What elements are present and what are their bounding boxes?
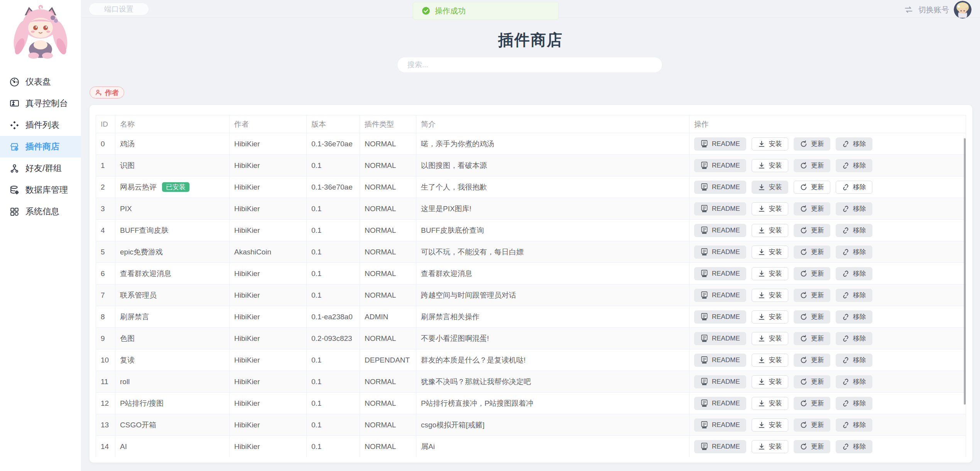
- table-row: 11rollHibiKier0.1NORMAL犹豫不决吗？那就让我帮你决定吧RE…: [96, 371, 966, 393]
- install-button[interactable]: 安装: [752, 159, 788, 172]
- update-button[interactable]: 更新: [794, 375, 830, 388]
- cell-id: 7: [96, 285, 115, 306]
- col-header-2: 作者: [230, 115, 307, 133]
- update-button[interactable]: 更新: [794, 289, 830, 302]
- cell-id: 8: [96, 306, 115, 328]
- cell-author: HibiKier: [230, 133, 307, 155]
- update-button[interactable]: 更新: [794, 137, 830, 151]
- sidebar-item-2[interactable]: 插件列表: [0, 114, 81, 136]
- remove-button[interactable]: 移除: [836, 224, 872, 237]
- update-button[interactable]: 更新: [794, 159, 830, 172]
- install-button[interactable]: 安装: [752, 310, 788, 324]
- sidebar-item-6[interactable]: 系统信息: [0, 201, 81, 222]
- install-button[interactable]: 安装: [752, 202, 788, 215]
- author-filter-button[interactable]: 作者: [90, 86, 124, 98]
- remove-button[interactable]: 移除: [836, 418, 872, 432]
- remove-button[interactable]: 移除: [836, 202, 872, 215]
- readme-button[interactable]: README: [694, 289, 746, 302]
- cell-author: HibiKier: [230, 414, 307, 436]
- update-button[interactable]: 更新: [794, 224, 830, 237]
- switch-account-button[interactable]: 切换账号: [918, 5, 949, 15]
- update-button[interactable]: 更新: [794, 310, 830, 324]
- cell-version: 0.1: [307, 220, 360, 241]
- toast-message: 操作成功: [435, 6, 466, 16]
- update-button[interactable]: 更新: [794, 267, 830, 280]
- readme-button[interactable]: README: [694, 267, 746, 280]
- install-button[interactable]: 安装: [752, 267, 788, 280]
- remove-button[interactable]: 移除: [836, 289, 872, 302]
- table-viewport: ID名称作者版本插件类型简介操作 0鸡汤HibiKier0.1-36e70aeN…: [96, 115, 966, 457]
- install-button[interactable]: 安装: [752, 354, 788, 367]
- install-button[interactable]: 安装: [752, 289, 788, 302]
- install-button[interactable]: 安装: [752, 246, 788, 259]
- cell-plugin-name: 复读: [120, 355, 135, 365]
- refresh-icon: [800, 248, 808, 256]
- readme-button[interactable]: README: [694, 375, 746, 388]
- readme-button[interactable]: README: [694, 137, 746, 151]
- remove-button[interactable]: 移除: [836, 181, 872, 194]
- remove-button[interactable]: 移除: [836, 354, 872, 367]
- remove-button[interactable]: 移除: [836, 246, 872, 259]
- remove-button[interactable]: 移除: [836, 267, 872, 280]
- update-button[interactable]: 更新: [794, 418, 830, 432]
- sidebar-item-4[interactable]: 好友/群组: [0, 158, 81, 179]
- table-scrollbar[interactable]: [964, 138, 966, 405]
- update-button[interactable]: 更新: [794, 354, 830, 367]
- readme-button[interactable]: README: [694, 397, 746, 410]
- plugin-table: ID名称作者版本插件类型简介操作 0鸡汤HibiKier0.1-36e70aeN…: [96, 115, 966, 457]
- readme-doc-icon: [700, 399, 708, 407]
- update-button[interactable]: 更新: [794, 332, 830, 345]
- remove-button[interactable]: 移除: [836, 397, 872, 410]
- cell-version: 0.1-ea238a0: [307, 306, 360, 328]
- user-avatar[interactable]: [954, 1, 972, 19]
- install-button[interactable]: 安装: [752, 440, 788, 453]
- install-button[interactable]: 安装: [752, 224, 788, 237]
- readme-button[interactable]: README: [694, 332, 746, 345]
- readme-button[interactable]: README: [694, 354, 746, 367]
- update-button[interactable]: 更新: [794, 202, 830, 215]
- sidebar-item-5[interactable]: 数据库管理: [0, 179, 81, 201]
- readme-button[interactable]: README: [694, 224, 746, 237]
- table-row: 8刷屏禁言HibiKier0.1-ea238a0ADMIN刷屏禁言相关操作REA…: [96, 306, 966, 328]
- readme-button[interactable]: README: [694, 310, 746, 324]
- remove-button[interactable]: 移除: [836, 159, 872, 172]
- cell-author: HibiKier: [230, 349, 307, 371]
- remove-button[interactable]: 移除: [836, 310, 872, 324]
- gauge-icon: [9, 77, 20, 87]
- cell-description: 刷屏禁言相关操作: [416, 306, 689, 328]
- table-row: 3PIXHibiKier0.1NORMAL这里是PIX图库!README安装更新…: [96, 198, 966, 220]
- cell-type: NORMAL: [360, 198, 416, 220]
- sidebar-item-3[interactable]: 插件商店: [0, 136, 81, 158]
- remove-button[interactable]: 移除: [836, 440, 872, 453]
- search-input[interactable]: [397, 57, 662, 73]
- install-button[interactable]: 安装: [752, 137, 788, 151]
- install-button[interactable]: 安装: [752, 375, 788, 388]
- sidebar-item-1[interactable]: 真寻控制台: [0, 93, 81, 114]
- unlink-icon: [842, 356, 850, 364]
- cell-description: 屑Ai: [416, 436, 689, 457]
- readme-button[interactable]: README: [694, 246, 746, 259]
- sidebar-item-label: 插件列表: [25, 119, 59, 131]
- install-button[interactable]: 安装: [752, 397, 788, 410]
- port-settings-button[interactable]: 端口设置: [89, 3, 149, 15]
- cell-type: NORMAL: [360, 263, 416, 285]
- remove-button[interactable]: 移除: [836, 137, 872, 151]
- readme-button[interactable]: README: [694, 440, 746, 453]
- update-button[interactable]: 更新: [794, 440, 830, 453]
- readme-button[interactable]: README: [694, 202, 746, 215]
- remove-button[interactable]: 移除: [836, 375, 872, 388]
- remove-button[interactable]: 移除: [836, 332, 872, 345]
- install-button[interactable]: 安装: [752, 418, 788, 432]
- readme-button[interactable]: README: [694, 418, 746, 432]
- sidebar-item-0[interactable]: 仪表盘: [0, 71, 81, 93]
- cell-version: 0.1: [307, 241, 360, 263]
- install-button[interactable]: 安装: [752, 181, 788, 194]
- update-button[interactable]: 更新: [794, 181, 830, 194]
- install-button[interactable]: 安装: [752, 332, 788, 345]
- readme-button[interactable]: README: [694, 159, 746, 172]
- readme-button[interactable]: README: [694, 181, 746, 194]
- table-row: 4BUFF查询皮肤HibiKier0.1NORMALBUFF皮肤底价查询READ…: [96, 220, 966, 241]
- update-button[interactable]: 更新: [794, 397, 830, 410]
- update-button[interactable]: 更新: [794, 246, 830, 259]
- col-header-6: 操作: [689, 115, 966, 133]
